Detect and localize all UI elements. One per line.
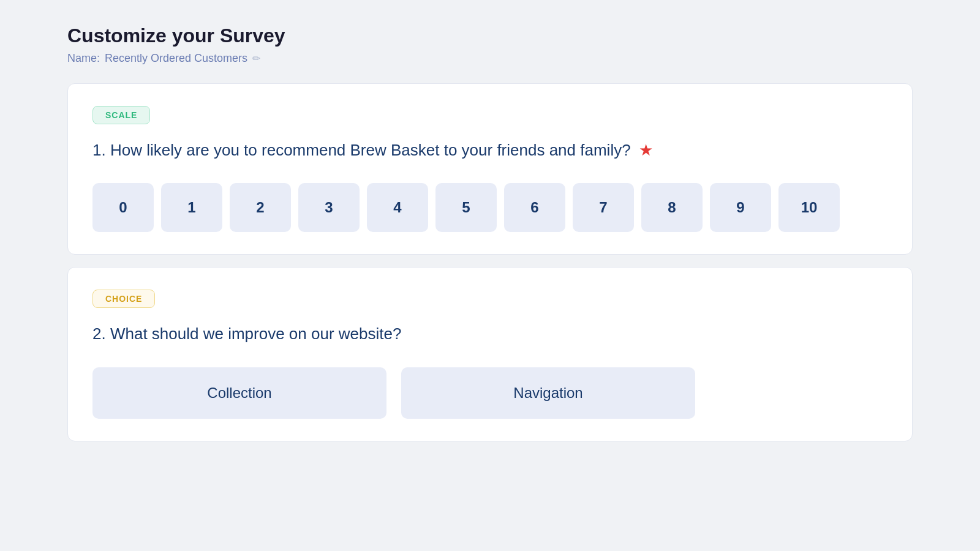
subtitle: Name: Recently Ordered Customers ✏: [67, 52, 913, 65]
question-text-2: 2. What should we improve on our website…: [92, 323, 888, 345]
question-body-1: How likely are you to recommend Brew Bas…: [110, 141, 631, 159]
scale-option-1[interactable]: 1: [161, 183, 222, 232]
survey-name: Recently Ordered Customers: [105, 52, 247, 65]
badge-choice: CHOICE: [92, 290, 155, 308]
choice-options: CollectionNavigation: [92, 367, 888, 419]
page-title: Customize your Survey: [67, 24, 913, 47]
scale-options: 012345678910: [92, 183, 888, 232]
scale-option-5[interactable]: 5: [435, 183, 497, 232]
scale-option-2[interactable]: 2: [230, 183, 291, 232]
question-number-1: 1.: [92, 141, 106, 159]
question-card-2: CHOICE 2. What should we improve on our …: [67, 267, 913, 441]
badge-scale: SCALE: [92, 106, 150, 124]
scale-option-10[interactable]: 10: [778, 183, 840, 232]
choice-option-collection[interactable]: Collection: [92, 367, 386, 419]
scale-option-9[interactable]: 9: [710, 183, 771, 232]
scale-option-4[interactable]: 4: [367, 183, 428, 232]
scale-option-3[interactable]: 3: [298, 183, 360, 232]
question-body-2: What should we improve on our website?: [110, 324, 401, 343]
question-card-1: SCALE 1. How likely are you to recommend…: [67, 83, 913, 255]
required-star-1: ★: [639, 141, 653, 159]
subtitle-prefix: Name:: [67, 52, 100, 65]
scale-option-6[interactable]: 6: [504, 183, 565, 232]
scale-option-8[interactable]: 8: [641, 183, 703, 232]
scale-option-7[interactable]: 7: [573, 183, 634, 232]
edit-icon[interactable]: ✏: [252, 53, 260, 64]
page-wrapper: Customize your Survey Name: Recently Ord…: [0, 0, 980, 551]
main-content: Customize your Survey Name: Recently Ord…: [67, 24, 913, 454]
choice-option-navigation[interactable]: Navigation: [401, 367, 695, 419]
question-number-2: 2.: [92, 324, 106, 343]
question-text-1: 1. How likely are you to recommend Brew …: [92, 139, 888, 161]
scale-option-0[interactable]: 0: [92, 183, 154, 232]
